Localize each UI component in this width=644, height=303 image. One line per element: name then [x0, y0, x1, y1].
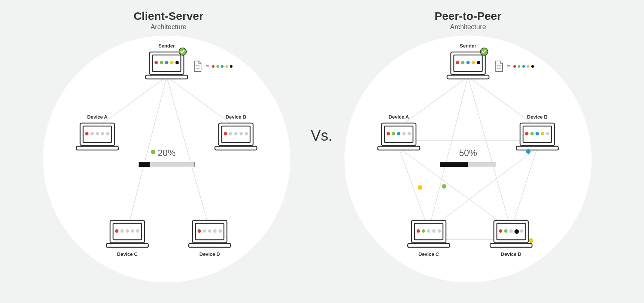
cs-sender-laptop: Sender	[144, 50, 189, 80]
right-title-block: Peer-to-Peer Architecture	[393, 10, 543, 31]
cs-device-d-dots	[198, 229, 222, 233]
laptop-icon	[515, 122, 560, 152]
cs-device-b-label: Device B	[226, 114, 246, 120]
laptop-icon	[75, 122, 120, 152]
laptop-icon	[489, 219, 534, 249]
p2p-sender-label: Sender	[460, 43, 476, 49]
cs-device-d-laptop: Device D	[187, 219, 232, 249]
p2p-sender-dots	[456, 61, 480, 64]
svg-rect-35	[447, 75, 489, 79]
diagram-stage: Client-Server Architecture Peer-to-Peer …	[0, 0, 644, 303]
p2p-device-b-laptop: Device B	[515, 122, 560, 152]
cs-device-a-label: Device A	[87, 114, 107, 120]
cs-device-a-dots	[85, 132, 110, 135]
left-subtitle: Architecture	[94, 23, 243, 31]
checkmark-badge-icon	[480, 48, 488, 56]
p2p-progress-label: 50%	[438, 148, 498, 158]
laptop-icon	[213, 122, 258, 152]
svg-rect-13	[76, 146, 118, 150]
laptop-icon	[187, 219, 232, 249]
left-title-block: Client-Server Architecture	[94, 10, 243, 31]
p2p-device-c-label: Device C	[419, 251, 439, 257]
cs-device-c-label: Device C	[117, 251, 138, 257]
svg-line-30	[399, 148, 429, 230]
cs-device-c-laptop: Device C	[105, 219, 150, 249]
cs-device-d-label: Device D	[200, 251, 220, 257]
left-title: Client-Server	[94, 10, 243, 22]
p2p-progress: 50%	[438, 148, 498, 167]
equals-sign: =	[206, 63, 209, 70]
p2p-progress-fill	[440, 162, 468, 167]
cs-device-c-dots	[115, 229, 140, 233]
p2p-device-b-label: Device B	[527, 114, 548, 120]
p2p-progress-bar	[440, 162, 496, 167]
document-icon	[494, 60, 504, 72]
checkmark-badge-icon	[179, 48, 187, 56]
laptop-icon	[376, 122, 421, 152]
document-icon	[193, 60, 203, 72]
cs-device-b-dots	[224, 132, 248, 135]
vs-label: Vs.	[311, 127, 332, 144]
svg-rect-22	[189, 244, 231, 247]
cs-progress-label: 20%	[137, 148, 197, 158]
cs-progress-fill	[139, 162, 150, 167]
p2p-legend-dots	[513, 65, 534, 68]
laptop-icon	[105, 219, 150, 249]
svg-rect-42	[378, 146, 420, 150]
svg-line-31	[511, 148, 537, 230]
left-circle: Sender = Device A Device B Device C	[43, 36, 290, 282]
p2p-device-a-label: Device A	[389, 114, 409, 120]
p2p-device-c-laptop: Device C	[406, 219, 451, 249]
p2p-device-a-laptop: Device A	[376, 122, 421, 152]
packet-dot	[529, 238, 533, 243]
cs-progress: 20%	[137, 148, 197, 167]
svg-rect-6	[146, 75, 188, 79]
packet-dot	[442, 184, 446, 189]
cs-progress-bar	[139, 162, 195, 167]
p2p-device-b-dots	[525, 132, 550, 135]
cs-file-legend: =	[193, 60, 233, 72]
svg-line-23	[399, 77, 468, 127]
svg-rect-45	[516, 146, 558, 150]
p2p-device-d-dots	[499, 229, 523, 233]
cs-device-a-laptop: Device A	[75, 122, 120, 152]
cs-device-b-laptop: Device B	[213, 122, 258, 152]
packet-dot	[418, 185, 422, 190]
packet-dot	[526, 149, 531, 154]
cs-sender-label: Sender	[158, 43, 175, 49]
p2p-file-legend: =	[494, 60, 534, 72]
right-subtitle: Architecture	[393, 23, 543, 31]
p2p-device-c-dots	[417, 229, 441, 233]
packet-dot	[151, 150, 155, 154]
p2p-sender-laptop: Sender	[446, 50, 490, 80]
right-circle: Sender = Device A Device B Device C	[344, 36, 592, 282]
right-title: Peer-to-Peer	[393, 10, 543, 22]
svg-rect-16	[215, 146, 257, 150]
svg-line-0	[97, 77, 167, 127]
packet-dot	[514, 229, 519, 234]
equals-sign: =	[507, 63, 510, 70]
p2p-device-a-dots	[387, 132, 411, 135]
cs-sender-dots	[155, 61, 179, 64]
svg-rect-19	[106, 244, 148, 247]
p2p-device-d-label: Device D	[501, 251, 522, 257]
svg-rect-51	[490, 244, 532, 247]
svg-rect-48	[408, 244, 450, 247]
p2p-device-d-laptop: Device D	[489, 219, 534, 249]
laptop-icon	[406, 219, 451, 249]
cs-legend-dots	[212, 65, 233, 68]
